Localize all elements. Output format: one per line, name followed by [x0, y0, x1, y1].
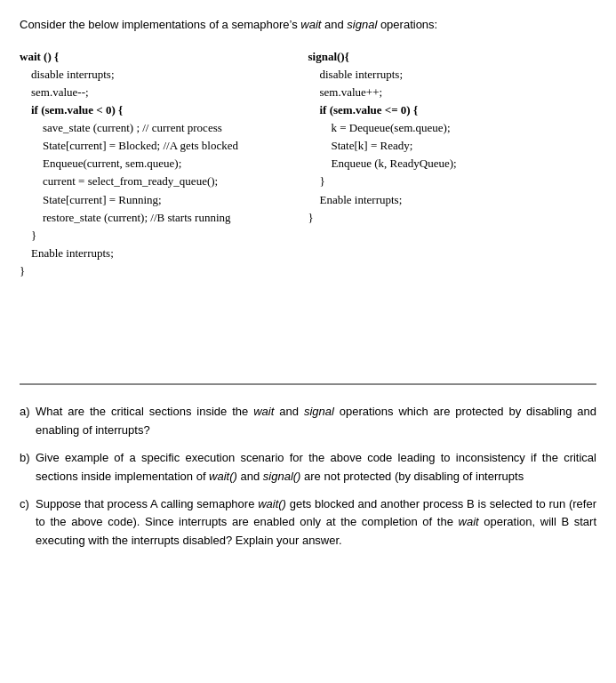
- wait-code-block: wait () { disable interrupts; sem.value-…: [20, 48, 308, 281]
- question-c: c) Suppose that process A calling semaph…: [20, 495, 596, 550]
- spacer: [20, 298, 596, 369]
- question-c-text: Suppose that process A calling semaphore…: [36, 495, 596, 550]
- intro-paragraph: Consider the below implementations of a …: [20, 16, 596, 34]
- questions-section: a) What are the critical sections inside…: [20, 403, 596, 550]
- signal-code-block: signal(){ disable interrupts; sem.value+…: [308, 48, 597, 281]
- wait-code: wait () { disable interrupts; sem.value-…: [20, 48, 308, 281]
- question-b-text: Give example of a specific execution sce…: [36, 449, 596, 486]
- question-b-label: b): [20, 449, 36, 468]
- question-b: b) Give example of a specific execution …: [20, 449, 596, 486]
- question-a-text: What are the critical sections inside th…: [36, 403, 596, 440]
- code-section: wait () { disable interrupts; sem.value-…: [20, 48, 596, 281]
- signal-code: signal(){ disable interrupts; sem.value+…: [308, 48, 597, 227]
- question-a-label: a): [20, 403, 36, 422]
- question-a: a) What are the critical sections inside…: [20, 403, 596, 440]
- section-divider: [20, 383, 596, 385]
- question-c-label: c): [20, 495, 36, 514]
